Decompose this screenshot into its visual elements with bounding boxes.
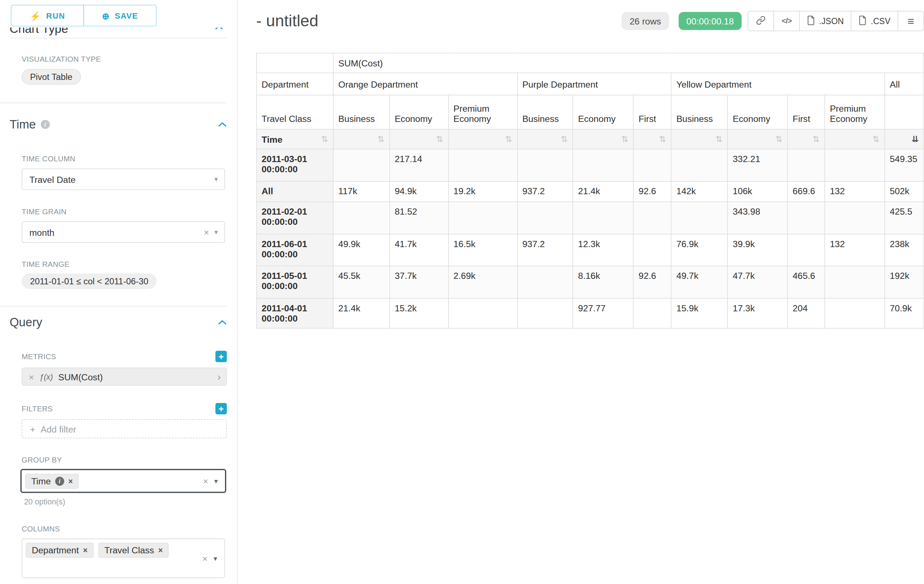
select-tag[interactable]: Timei× [25,474,79,489]
sort-icon[interactable]: ⇅ [621,135,628,143]
value-cell: 37.7k [390,266,449,299]
menu-icon: ≡ [908,15,914,26]
value-cell [825,202,884,234]
info-icon: i [41,120,50,129]
department-group-header: Yellow Department [671,73,884,95]
value-cell: 8.16k [573,266,634,299]
time-column-select[interactable]: Travel Date ▾ [21,169,225,190]
filters-label-row: FILTERS + [21,403,227,414]
select-tag-label: Department [32,545,79,555]
save-button[interactable]: ⊕ SAVE [83,5,156,26]
export-csv-label: .CSV [871,16,890,26]
export-csv-button[interactable]: .CSV [851,11,898,31]
value-cell [825,298,884,328]
value-cell: 343.98 [728,202,787,234]
value-cell: 70.9k [884,298,924,328]
metrics-label: METRICS [21,352,56,360]
value-cell: 92.6 [634,266,671,299]
time-range-label: TIME RANGE [21,260,237,269]
sort-icon[interactable]: ⇅ [561,135,568,143]
travel-class-header: Business [671,95,728,129]
remove-tag-icon[interactable]: × [83,546,87,554]
run-button-label: RUN [46,11,65,20]
visualization-type-value[interactable]: Pivot Table [21,69,81,85]
value-cell [333,202,389,234]
travel-class-axis-label: Travel Class [256,95,333,129]
caret-down-icon[interactable]: ▾ [214,555,217,562]
export-json-button[interactable]: .JSON [799,11,851,31]
value-cell: 39.9k [728,234,787,266]
sort-icon[interactable]: ⇅ [505,135,512,143]
link-icon [756,15,766,26]
view-query-button[interactable]: </> [774,11,800,31]
sort-row: Time⇅⇅⇅⇅⇅⇅⇅⇅⇅⇅⇅⇊ [256,129,924,149]
department-group-header: Orange Department [333,73,517,95]
function-icon: ƒ(x) [40,372,53,381]
value-cell [517,266,573,299]
chevron-up-icon[interactable] [215,28,223,34]
value-cell: 204 [787,298,825,328]
metric-option[interactable]: × ƒ(x) SUM(Cost) › [21,368,227,385]
time-column-label: TIME COLUMN [21,155,237,163]
time-range-value[interactable]: 2011-01-01 ≤ col < 2011-06-30 [21,273,157,289]
sort-icon[interactable]: ⇅ [873,135,879,143]
value-cell [449,149,518,181]
value-cell: 465.6 [787,266,825,299]
sort-icon[interactable]: ⇅ [659,135,666,143]
columns-select[interactable]: Department×Travel Class× × ▾ [21,538,225,578]
metric-header-row: SUM(Cost) [256,53,924,72]
sort-desc-icon[interactable]: ⇊ [912,135,919,143]
remove-tag-icon[interactable]: × [158,546,163,554]
value-cell [634,202,671,234]
row-label: 2011-04-01 00:00:00 [256,298,333,328]
control-panel: ⚡ RUN ⊕ SAVE Chart Type VISUALIZATION TY… [0,0,238,584]
select-tag[interactable]: Travel Class× [98,543,169,558]
clear-icon[interactable]: × [202,554,208,563]
add-metric-button[interactable]: + [216,351,227,362]
value-cell [517,298,573,328]
clear-icon[interactable]: × [204,227,209,237]
collapse-time-icon[interactable] [218,122,227,127]
sort-icon[interactable]: ⇅ [377,135,384,143]
export-json-label: .JSON [819,16,844,26]
sort-icon[interactable]: ⇅ [321,135,328,143]
value-cell: 192k [884,266,924,299]
sort-icon[interactable]: ⇅ [436,135,443,143]
sort-icon[interactable]: ⇅ [776,135,782,143]
value-cell: 17.3k [728,298,787,328]
collapse-query-icon[interactable] [218,319,227,325]
run-button[interactable]: ⚡ RUN [11,5,84,26]
caret-down-icon[interactable]: ▾ [214,477,218,485]
table-row: All117k94.9k19.2k937.221.4k92.6142k106k6… [256,181,924,202]
value-cell [787,202,825,234]
more-options-button[interactable]: ≡ [898,11,924,31]
remove-metric-icon[interactable]: × [29,372,34,381]
clear-icon[interactable]: × [203,476,208,485]
table-row: 2011-05-01 00:00:0045.5k37.7k2.69k8.16k9… [256,266,924,299]
caret-down-icon[interactable]: ▾ [214,229,218,235]
department-group-header: Purple Department [517,73,671,95]
select-tag[interactable]: Department× [26,543,94,558]
time-grain-select[interactable]: month × ▾ [21,221,225,243]
value-cell [787,234,825,266]
table-row: 2011-02-01 00:00:0081.52343.98425.5 [256,202,924,234]
row-label: 2011-06-01 00:00:00 [256,234,333,266]
add-filter-button[interactable]: + [216,403,227,414]
group-by-select[interactable]: Timei× × ▾ [20,469,226,493]
sort-icon[interactable]: ⇅ [813,135,820,143]
export-button-group: </> .JSON .CSV ≡ [747,11,924,31]
value-cell: 16.5k [449,234,518,266]
query-section-header: Query [10,314,227,330]
chevron-right-icon[interactable]: › [217,372,221,382]
value-cell: 2.69k [449,266,518,299]
add-filter-placeholder[interactable]: + Add filter [21,419,227,438]
caret-down-icon[interactable]: ▾ [214,176,218,183]
plus-circle-icon: ⊕ [102,11,110,20]
sort-icon[interactable]: ⇅ [716,135,723,143]
remove-tag-icon[interactable]: × [68,477,73,485]
copy-link-button[interactable] [747,11,774,31]
file-icon [859,15,867,26]
value-cell: 425.5 [884,202,924,234]
value-cell: 502k [884,181,924,202]
value-cell: 117k [333,181,389,202]
